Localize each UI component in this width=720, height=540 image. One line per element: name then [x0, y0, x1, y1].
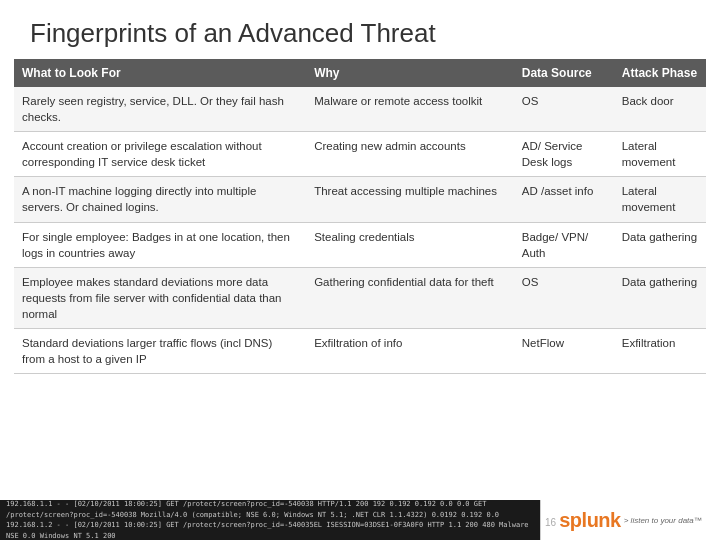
terminal-text: 192.168.1.1 - - [02/10/2011 18:00:25] GE… — [0, 500, 540, 540]
table-row: A non-IT machine logging directly into m… — [14, 177, 706, 222]
cell-what: For single employee: Badges in at one lo… — [14, 222, 306, 267]
splunk-logo-area: splunk > listen to your data™ — [540, 500, 720, 540]
splunk-name: splunk — [559, 509, 620, 532]
cell-what: Account creation or privilege escalation… — [14, 132, 306, 177]
cell-why: Threat accessing multiple machines — [306, 177, 514, 222]
fingerprints-table: What to Look For Why Data Source Attack … — [14, 59, 706, 374]
header-source: Data Source — [514, 59, 614, 87]
cell-source: OS — [514, 87, 614, 132]
cell-why: Malware or remote access toolkit — [306, 87, 514, 132]
cell-what: A non-IT machine logging directly into m… — [14, 177, 306, 222]
cell-attack: Data gathering — [614, 267, 706, 328]
cell-what: Rarely seen registry, service, DLL. Or t… — [14, 87, 306, 132]
cell-source: Badge/ VPN/ Auth — [514, 222, 614, 267]
splunk-tagline: > listen to your data™ — [624, 516, 702, 525]
header-why: Why — [306, 59, 514, 87]
page-title: Fingerprints of an Advanced Threat — [0, 0, 720, 59]
table-row: Account creation or privilege escalation… — [14, 132, 706, 177]
cell-why: Exfiltration of info — [306, 329, 514, 374]
cell-attack: Back door — [614, 87, 706, 132]
cell-attack: Lateral movement — [614, 132, 706, 177]
cell-source: OS — [514, 267, 614, 328]
cell-attack: Exfiltration — [614, 329, 706, 374]
main-table-container: What to Look For Why Data Source Attack … — [14, 59, 706, 374]
table-row: Rarely seen registry, service, DLL. Or t… — [14, 87, 706, 132]
cell-source: NetFlow — [514, 329, 614, 374]
cell-what: Standard deviations larger traffic flows… — [14, 329, 306, 374]
splunk-logo: splunk > listen to your data™ — [559, 509, 702, 532]
table-header-row: What to Look For Why Data Source Attack … — [14, 59, 706, 87]
cell-attack: Lateral movement — [614, 177, 706, 222]
table-row: Employee makes standard deviations more … — [14, 267, 706, 328]
cell-what: Employee makes standard deviations more … — [14, 267, 306, 328]
table-body: Rarely seen registry, service, DLL. Or t… — [14, 87, 706, 374]
header-what: What to Look For — [14, 59, 306, 87]
terminal-bar: 192.168.1.1 - - [02/10/2011 18:00:25] GE… — [0, 500, 540, 540]
cell-why: Stealing credentials — [306, 222, 514, 267]
cell-why: Gathering confidential data for theft — [306, 267, 514, 328]
table-row: Standard deviations larger traffic flows… — [14, 329, 706, 374]
header-attack: Attack Phase — [614, 59, 706, 87]
cell-attack: Data gathering — [614, 222, 706, 267]
cell-source: AD/ Service Desk logs — [514, 132, 614, 177]
cell-why: Creating new admin accounts — [306, 132, 514, 177]
page-number: 16 — [545, 517, 556, 528]
cell-source: AD /asset info — [514, 177, 614, 222]
table-row: For single employee: Badges in at one lo… — [14, 222, 706, 267]
